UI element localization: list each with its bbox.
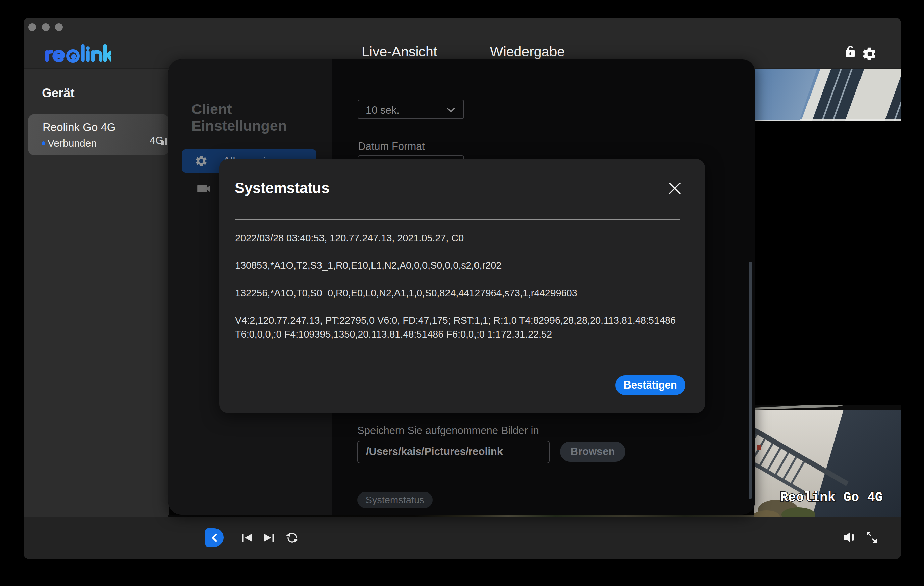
svg-text:Reolink Go 4G: Reolink Go 4G (780, 490, 883, 505)
